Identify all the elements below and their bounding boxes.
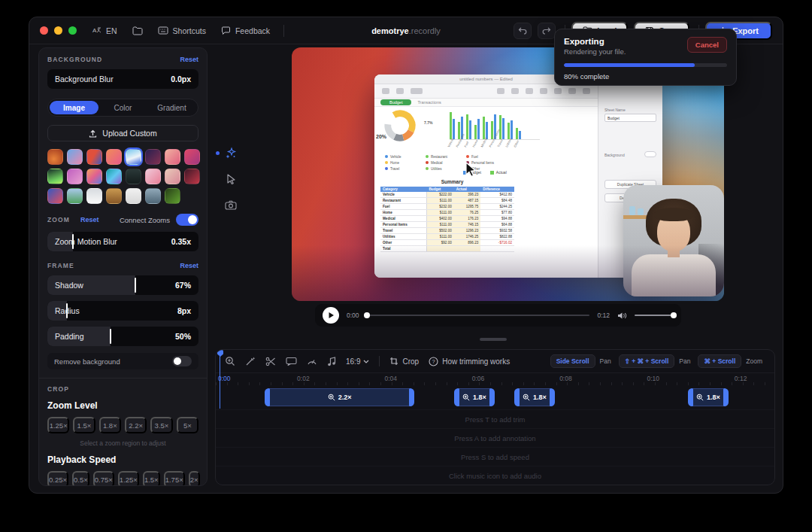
speaker-icon[interactable] [617,312,627,320]
zoom-level-option[interactable]: 1.25× [47,417,69,433]
background-thumbnail[interactable] [67,169,83,184]
seek-handle[interactable] [364,312,370,318]
language-selector[interactable]: A EN [92,26,117,35]
background-thumbnail[interactable] [67,188,83,204]
camera-tool-button[interactable] [223,196,239,213]
webcam-overlay[interactable] [623,185,724,296]
background-thumbnail[interactable] [47,169,63,184]
region-right-handle[interactable] [550,388,555,406]
playback-speed-option[interactable]: 1.5× [143,471,160,486]
frame-reset-link[interactable]: Reset [180,262,198,269]
connect-zooms-toggle[interactable] [176,214,198,226]
frame-padding-slider[interactable]: Padding50% [47,327,198,346]
background-thumbnail[interactable] [106,149,122,165]
background-thumbnail[interactable] [126,188,141,204]
region-right-handle[interactable] [723,388,729,406]
region-right-handle[interactable] [409,388,414,406]
background-thumbnail[interactable] [86,149,102,165]
background-thumbnail[interactable] [165,188,180,204]
zoom-level-option[interactable]: 5× [177,417,198,433]
cancel-export-button[interactable]: Cancel [687,37,727,53]
background-thumbnail[interactable] [106,169,122,184]
timeline-ruler[interactable]: 0:000:020:040:060:080:100:12 [216,372,774,385]
background-thumbnail[interactable] [106,188,122,204]
play-button[interactable] [323,307,339,324]
projects-button[interactable] [132,26,143,35]
volume-slider[interactable] [635,315,674,316]
section-divider [39,378,207,378]
shortcuts-button[interactable]: Shortcuts [158,26,206,35]
frame-shadow-slider[interactable]: Shadow67% [47,275,198,295]
background-thumbnail[interactable] [145,169,161,184]
zoom-region-chip[interactable]: 1.8× [688,388,729,406]
zoom-level-option[interactable]: 1.8× [99,417,121,433]
zoom-level-option[interactable]: 1.5× [73,417,95,433]
table-cell: $111.00 [427,210,454,216]
background-thumbnail[interactable] [86,188,102,204]
close-window-button[interactable] [40,26,48,35]
background-thumbnail[interactable] [47,188,63,204]
zoom-region-chip[interactable]: 1.8× [454,388,495,406]
redo-button[interactable] [538,23,556,39]
remove-background-toggle[interactable] [172,356,192,366]
aspect-ratio-dropdown[interactable]: 16:9 [346,357,369,366]
background-thumbnail[interactable] [165,149,180,165]
feedback-button[interactable]: Feedback [221,26,270,35]
background-thumbnail[interactable] [184,149,200,165]
playback-speed-option[interactable]: 1.75× [164,471,185,486]
tab-gradient[interactable]: Gradient [147,101,196,114]
timeline-lane-hint: Click music icon to add audio [216,466,774,485]
background-thumbnail[interactable] [145,188,161,204]
magic-trim-button[interactable] [245,356,256,366]
seek-bar[interactable] [367,315,590,316]
tab-color[interactable]: Color [98,101,147,114]
cursor-tool-button[interactable] [223,171,239,187]
upload-custom-button[interactable]: Upload Custom [47,125,198,141]
frame-radius-slider[interactable]: Radius8px [47,301,198,321]
crop-button[interactable]: Crop [389,357,419,366]
music-button[interactable] [327,357,336,366]
zoom-region-chip[interactable]: 2.2× [265,388,414,406]
timeline-zoom-button[interactable] [225,356,235,366]
tab-image[interactable]: Image [50,101,98,114]
effects-tool-button[interactable] [223,145,239,162]
zoom-motion-blur-slider[interactable]: Zoom Motion Blur0.35x [47,232,198,251]
background-thumbnail[interactable] [47,149,63,165]
playhead[interactable] [217,350,224,410]
playback-speed-option[interactable]: 1.25× [118,471,139,486]
table-row: Travel$502.001296.23$932.58 [380,228,514,234]
background-thumbnail[interactable] [165,169,180,184]
playback-speed-option[interactable]: 2× [189,471,200,486]
background-blur-slider[interactable]: Background Blur0.0px [47,69,198,89]
region-left-handle[interactable] [688,388,693,406]
background-thumbnail[interactable] [126,169,141,184]
annotation-icon [286,357,297,366]
panel-resize-handle[interactable] [480,338,507,341]
maximize-window-button[interactable] [68,26,77,35]
region-left-handle[interactable] [514,388,520,406]
zoom-region-chip[interactable]: 1.8× [514,388,555,406]
background-thumbnail[interactable] [145,149,161,165]
region-left-handle[interactable] [265,388,270,406]
how-trimming-works-link[interactable]: ? How trimming works [429,357,510,366]
annotation-button[interactable] [286,357,297,366]
cut-button[interactable] [265,357,276,366]
undo-button[interactable] [514,23,532,39]
playback-speed-option[interactable]: 0.25× [47,471,68,486]
region-right-handle[interactable] [489,388,495,406]
background-thumbnail[interactable] [86,169,102,184]
playback-speed-option[interactable]: 0.5× [72,471,89,486]
slider-value: 0.0px [171,74,191,84]
zoom-level-option[interactable]: 3.5× [150,417,172,433]
playback-speed-option[interactable]: 0.75× [93,471,114,486]
background-thumbnail[interactable] [184,169,200,184]
region-left-handle[interactable] [454,388,459,406]
volume-handle[interactable] [671,312,677,318]
speed-button[interactable] [307,357,317,366]
background-thumbnail[interactable] [126,149,141,165]
background-reset-link[interactable]: Reset [180,56,198,63]
background-thumbnail[interactable] [67,149,83,165]
minimize-window-button[interactable] [54,26,62,35]
zoom-level-option[interactable]: 2.2× [125,417,147,433]
zoom-reset-link[interactable]: Reset [80,216,99,223]
